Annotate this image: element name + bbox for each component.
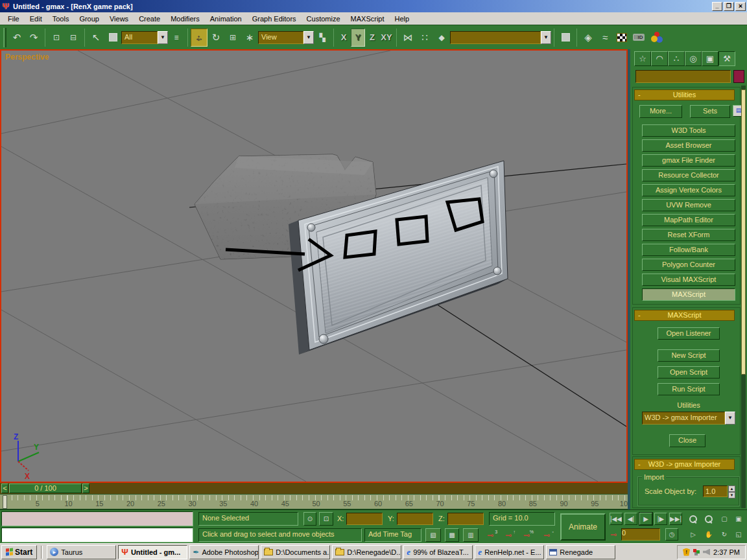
restrict-z-button[interactable]: Z [365,29,379,47]
time-slider-handle[interactable]: 0 / 100 [9,484,82,493]
time-configuration-icon[interactable]: ◷ [665,528,678,541]
z-coordinate-field[interactable] [447,513,484,525]
resource-collector-button[interactable]: Resource Collector [642,169,735,181]
asset-browser-button[interactable]: Asset Browser [642,139,735,152]
animate-button[interactable]: Animate [560,513,606,541]
tab-hierarchy[interactable]: ∴ [668,51,685,66]
maxscript-button[interactable]: MAXScript [642,288,735,301]
key-properties-icon[interactable]: ⊸▫ [540,528,554,542]
collapse-icon[interactable]: - [638,310,641,320]
antivirus-shield-icon[interactable]: ! [683,548,690,556]
collapse-icon[interactable]: - [638,460,641,469]
scale-object-field[interactable]: 1.0 [703,485,728,497]
task-documents-folder[interactable]: D:\Documents a... [261,545,330,559]
material-editor-icon[interactable] [613,29,630,47]
perspective-viewport[interactable]: Perspective [0,49,628,483]
task-gmax[interactable]: Ψ Untitled - gm... [118,545,187,559]
task-renegade[interactable]: Renegade [546,545,615,559]
tab-create[interactable]: ☆ [634,51,651,66]
named-selection-sets-dropdown[interactable]: ▼ [450,31,551,44]
more-button[interactable]: More... [639,105,682,118]
menu-file[interactable]: File [3,14,25,24]
add-time-tag[interactable]: Add Time Tag [364,528,421,542]
tab-modify[interactable]: ◠ [651,51,668,66]
task-renegade-folder[interactable]: D:\Renegade\D... [332,545,401,559]
zoom-icon[interactable] [686,513,700,525]
sets-button[interactable]: Sets [690,105,730,118]
crossing-selection-icon[interactable]: ▥ [463,528,479,542]
minimize-button[interactable] [712,2,722,11]
visual-maxscript-button[interactable]: Visual MAXScript [642,274,735,286]
spinner-down-icon[interactable]: ▼ [728,492,735,498]
menu-maxscript[interactable]: MAXScript [346,14,390,24]
named-selection-sets-value[interactable] [450,31,541,44]
menu-tools[interactable]: Tools [47,14,75,24]
polygon-counter-button[interactable]: Polygon Counter [642,259,735,271]
utilities-rollout-header[interactable]: - Utilities [634,89,735,100]
select-and-rotate-icon[interactable]: ↻ [208,29,224,47]
viewport-label[interactable]: Perspective [5,52,49,62]
object-color-swatch[interactable] [733,70,744,83]
display-adapter-icon[interactable] [693,549,700,555]
task-taurus[interactable]: ▶ Taurus [47,545,116,559]
pan-view-icon[interactable]: ✋ [702,528,716,541]
x-coordinate-field[interactable] [346,513,383,525]
current-frame-field[interactable]: 0 [621,528,660,541]
next-frame-arrow[interactable]: > [82,484,89,493]
restrict-xy-button[interactable]: XY [379,29,394,47]
selection-filter-dropdown[interactable]: All ▼ [121,31,168,44]
rectangular-selection-region-icon[interactable] [104,29,121,47]
zoom-all-icon[interactable] [702,513,716,525]
close-utility-button[interactable]: Close [669,434,706,447]
importer-rollout-header[interactable]: - W3D -> gmax Importer [634,459,735,470]
menu-animation[interactable]: Animation [205,14,247,24]
curve-editor-icon[interactable]: ≈ [597,29,613,47]
select-and-link-icon[interactable]: ⊡ [48,29,65,47]
task-photoshop[interactable]: ✒ Adobe Photoshop [189,545,259,559]
w3d-tools-button[interactable]: W3D Tools [642,124,735,137]
selection-lock-icon[interactable]: ⊙ [303,512,316,526]
task-renhelp[interactable]: e RenHelp.net - E... [475,545,544,559]
restore-button[interactable] [724,2,734,11]
menu-help[interactable]: Help [390,14,415,24]
min-max-toggle-icon[interactable]: ◱ [731,528,746,541]
restrict-x-button[interactable]: X [337,29,351,47]
collapse-icon[interactable]: - [638,90,641,100]
go-to-end-icon[interactable]: ▶▶| [669,513,682,525]
gmax-file-finder-button[interactable]: gmax File Finder [642,154,735,167]
previous-frame-arrow[interactable]: < [1,484,8,493]
redo-icon[interactable]: ↷ [25,29,42,47]
menu-customize[interactable]: Customize [302,14,346,24]
maxscript-rollout-header[interactable]: - MAXScript [634,310,735,321]
key-toggle-icon[interactable]: ⊸ [608,528,619,541]
toolbar-handle[interactable] [3,28,6,47]
run-script-button[interactable]: Run Script [658,383,720,395]
zoom-extents-icon[interactable]: ▢ [717,513,731,525]
follow-bank-button[interactable]: Follow/Bank [642,244,735,256]
time-slider[interactable]: < 0 / 100 > [0,483,628,494]
restrict-y-button[interactable]: Y [351,29,365,47]
zoom-extents-all-icon[interactable]: ▣ [731,513,746,525]
mappath-editor-button[interactable]: MapPath Editor [642,214,735,226]
spinner-up-icon[interactable]: ▲ [728,485,735,492]
tab-display[interactable]: ▣ [702,51,718,66]
use-center-icon[interactable]: ▚ [314,29,331,47]
absolute-offset-mode-icon[interactable]: ⊡ [319,512,333,526]
task-download[interactable]: e 99% of BlazeaT... [403,545,473,559]
select-and-move-icon[interactable] [191,29,208,47]
dropdown-arrow-icon[interactable]: ▼ [158,31,168,44]
uvw-remove-button[interactable]: UVW Remove [642,199,735,211]
menu-graph-editors[interactable]: Graph Editors [247,14,302,24]
open-listener-button[interactable]: Open Listener [658,327,720,340]
uvw-map-icon[interactable]: ◈ [580,29,597,47]
dropdown-arrow-icon[interactable]: ▼ [541,31,551,44]
close-button[interactable] [735,2,746,11]
align-icon[interactable]: ◆ [433,29,450,47]
scale-spinner[interactable]: ▲▼ [728,485,735,497]
previous-frame-icon[interactable]: ◀| [624,513,637,525]
edit-named-selections-icon[interactable] [557,29,574,47]
select-object-icon[interactable]: ↖ [88,29,104,47]
field-of-view-icon[interactable]: ▷ [686,528,700,541]
dropdown-arrow-icon[interactable]: ▼ [303,31,314,44]
key-mode-3-icon[interactable]: ⊸3 [482,528,498,542]
